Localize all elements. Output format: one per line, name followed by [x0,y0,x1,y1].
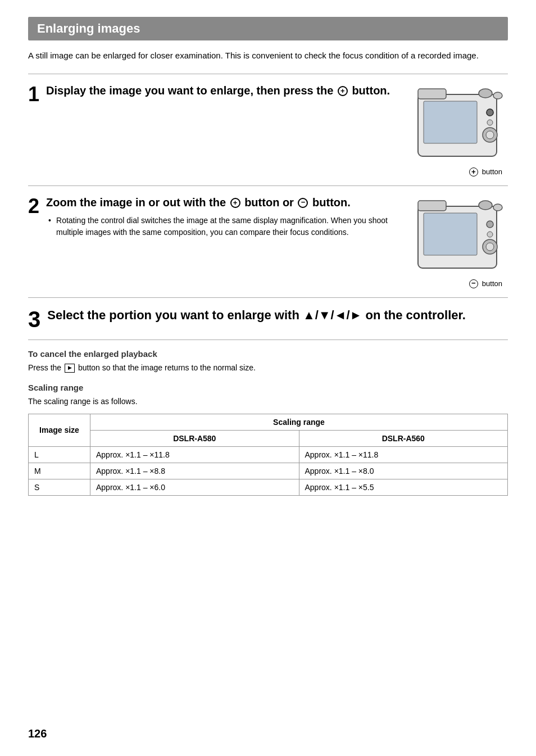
step-2-title: Zoom the image in or out with the button… [46,195,396,210]
table-cell-a580-m: Approx. ×1.1 – ×8.8 [90,463,299,479]
svg-point-16 [487,232,493,237]
svg-point-13 [479,201,492,210]
svg-point-6 [487,120,493,125]
step-2: 2 Zoom the image in or out with the butt… [28,195,508,297]
play-icon [65,364,75,373]
button-label-text-2: button [482,279,502,288]
svg-point-15 [487,221,493,228]
table-row: L Approx. ×1.1 – ×11.8 Approx. ×1.1 – ×1… [29,446,508,463]
table-cell-a560-s: Approx. ×1.1 – ×5.5 [299,479,508,495]
svg-point-9 [487,109,493,116]
step-1-content: Display the image you want to enlarge, t… [46,83,396,103]
scaling-table: Image size Scaling range DSLR-A580 DSLR-… [28,414,508,496]
step-2-number: 2 [28,196,39,216]
table-header-a560: DSLR-A560 [299,430,508,446]
divider-3 [28,297,508,298]
table-header-scaling-range: Scaling range [90,414,508,430]
sub-section-scaling: Scaling range The scaling range is as fo… [28,383,508,496]
divider-1 [28,74,508,74]
page-number: 126 [28,727,47,740]
svg-rect-11 [418,201,446,211]
button-label-1: button [407,168,502,176]
sub-cancel-body: Press the button so that the image retur… [28,362,508,374]
step-3-content: Select the portion you want to enlarge w… [47,307,508,328]
camera-illustration-2 [407,195,508,285]
svg-rect-1 [418,89,446,99]
svg-point-4 [493,92,502,99]
table-header-image-size: Image size [29,414,90,446]
step-3: 3 Select the portion you want to enlarge… [28,307,508,339]
step-2-bullets: Rotating the control dial switches the i… [46,215,396,239]
step-2-image: button [407,195,508,288]
button-label-text-1: button [482,168,502,176]
button-label-2: button [407,279,502,288]
table-cell-a560-l: Approx. ×1.1 – ×11.8 [299,446,508,463]
table-cell-size-s: S [29,479,90,495]
divider-4 [28,339,508,340]
zoom-out-button-label-icon [469,279,478,288]
step-1-image: button [407,83,508,176]
step-1-title: Display the image you want to enlarge, t… [46,83,396,98]
table-row: M Approx. ×1.1 – ×8.8 Approx. ×1.1 – ×8.… [29,463,508,479]
svg-rect-2 [424,101,477,143]
step-3-number: 3 [28,308,40,331]
table-cell-a580-s: Approx. ×1.1 – ×6.0 [90,479,299,495]
sub-section-cancel: To cancel the enlarged playback Press th… [28,349,508,374]
camera-illustration-1 [407,83,508,173]
table-cell-a560-m: Approx. ×1.1 – ×8.0 [299,463,508,479]
zoom-in-icon-step2 [230,198,240,208]
intro-text: A still image can be enlarged for closer… [28,49,508,62]
svg-point-3 [479,89,492,98]
section-title: Enlarging images [28,17,508,40]
step-3-title: Select the portion you want to enlarge w… [47,307,508,324]
zoom-in-icon-step1 [338,86,348,96]
svg-point-8 [486,131,494,139]
table-header-a580: DSLR-A580 [90,430,299,446]
sub-scaling-body: The scaling range is as follows. [28,396,508,408]
zoom-out-icon-step2 [298,198,308,208]
svg-point-18 [486,243,494,251]
step-2-content: Zoom the image in or out with the button… [46,195,396,239]
sub-cancel-title: To cancel the enlarged playback [28,349,508,359]
table-row: S Approx. ×1.1 – ×6.0 Approx. ×1.1 – ×5.… [29,479,508,495]
table-cell-size-l: L [29,446,90,463]
svg-rect-12 [424,213,477,255]
step-1-number: 1 [28,84,39,105]
zoom-in-button-label-icon [469,168,478,176]
step-1: 1 Display the image you want to enlarge,… [28,83,508,185]
svg-point-14 [493,204,502,211]
sub-scaling-title: Scaling range [28,383,508,392]
divider-2 [28,185,508,186]
step-2-bullet-1: Rotating the control dial switches the i… [46,215,396,239]
table-cell-a580-l: Approx. ×1.1 – ×11.8 [90,446,299,463]
table-cell-size-m: M [29,463,90,479]
